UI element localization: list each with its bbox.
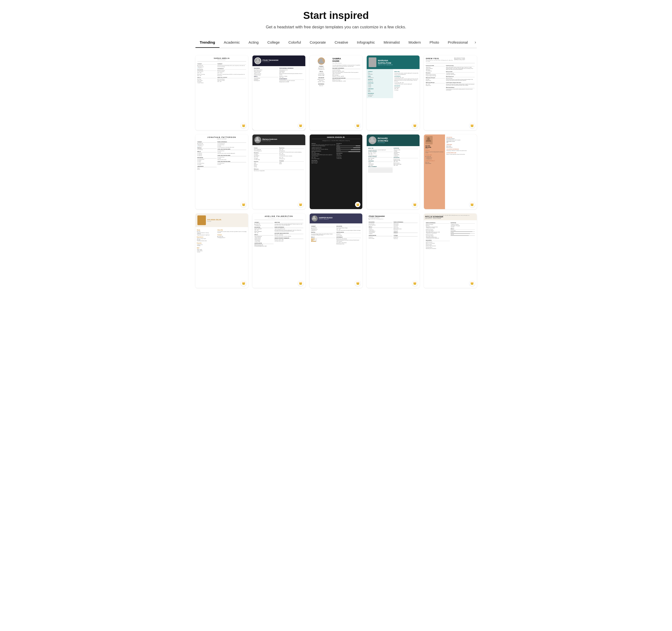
- template-card-phyllis[interactable]: 123 Anywhere Street, Any City, State 123…: [424, 213, 477, 288]
- premium-badge: 👑: [241, 123, 246, 128]
- template-card-olivia[interactable]: OLIVIAWILSON Student PROFILE I believe i…: [424, 134, 477, 209]
- tab-minimalist[interactable]: Minimalist: [379, 37, 404, 48]
- premium-badge: 👑: [470, 123, 475, 128]
- tabs-next-arrow[interactable]: ›: [472, 37, 477, 48]
- template-card-harper[interactable]: HARPER RUSSO PRODUCT MANAGER CONTACT 📞 1…: [310, 213, 363, 288]
- tab-modern[interactable]: Modern: [404, 37, 425, 48]
- template-card-jonathan[interactable]: JONATHAN PATTERSON GRAPHIC DESIGNER CONT…: [195, 134, 248, 209]
- tab-acting[interactable]: Acting: [244, 37, 263, 48]
- premium-badge: 👑: [298, 202, 304, 207]
- tab-corporate[interactable]: Corporate: [305, 37, 330, 48]
- template-card-richard[interactable]: RICHARDSANCHEZ Product Designer About Me…: [367, 134, 419, 209]
- premium-badge: 👑: [470, 281, 475, 286]
- template-card-hanson[interactable]: HANSON JOHSON JR. hello@gmail.com | +1 1…: [310, 134, 363, 209]
- page-header: Start inspired Get a headstart with free…: [195, 10, 477, 30]
- page-title: Start inspired: [195, 10, 477, 21]
- tab-infographic[interactable]: Infographic: [353, 37, 379, 48]
- template-card-itsuki[interactable]: ITSUKI TAKAHASHI Financial Analyst EDUCA…: [253, 55, 305, 130]
- template-card-sarah-amelia[interactable]: SARAH AMELIA Web Developer CONTACT 📞 123…: [195, 55, 248, 130]
- premium-badge: 👑: [298, 281, 304, 286]
- premium-badge: 👑: [470, 202, 475, 207]
- tab-photo[interactable]: Photo: [425, 37, 443, 48]
- page-subtitle: Get a headstart with free design templat…: [195, 25, 477, 30]
- tab-creative[interactable]: Creative: [330, 37, 353, 48]
- template-card-adeline[interactable]: ADELINE PALMERSTON hello@gmail.com • 123…: [253, 213, 305, 288]
- premium-badge: 👑: [241, 202, 246, 207]
- premium-badge: 👑: [412, 123, 417, 128]
- premium-badge: 👑: [298, 123, 304, 128]
- premium-badge: 👑: [412, 202, 417, 207]
- premium-badge: 👑: [355, 123, 360, 128]
- tab-colorful[interactable]: Colorful: [284, 37, 305, 48]
- tab-professional[interactable]: Professional: [443, 37, 473, 48]
- template-grid: SARAH AMELIA Web Developer CONTACT 📞 123…: [195, 55, 477, 288]
- template-card-samira[interactable]: CONTACT 📞 123-456-7891 ✉ hello@gmail.com…: [310, 55, 363, 130]
- tab-trending[interactable]: Trending: [195, 37, 219, 48]
- category-tabs: Trending Academic Acting College Colorfu…: [195, 37, 477, 48]
- template-card-mariana-anderson[interactable]: Mariana Anderson Marketing Manager Conta…: [253, 134, 305, 209]
- template-card-itsuki2[interactable]: ITSUKI TAKAHASHI SOFTWARE ENGINEER 📞 123…: [367, 213, 419, 288]
- template-card-mariana[interactable]: MARIANANAPOLITANI MARKETING MANAGER Cont…: [367, 55, 419, 130]
- template-card-juliana[interactable]: JULIANA SILVA Journalist Study 2015-2019…: [195, 213, 248, 288]
- premium-badge: 👑: [355, 202, 360, 207]
- template-card-drew[interactable]: DREW FEIG hello@gmail.com | 123-456-7891…: [424, 55, 477, 130]
- tab-academic[interactable]: Academic: [219, 37, 244, 48]
- tab-college[interactable]: College: [263, 37, 284, 48]
